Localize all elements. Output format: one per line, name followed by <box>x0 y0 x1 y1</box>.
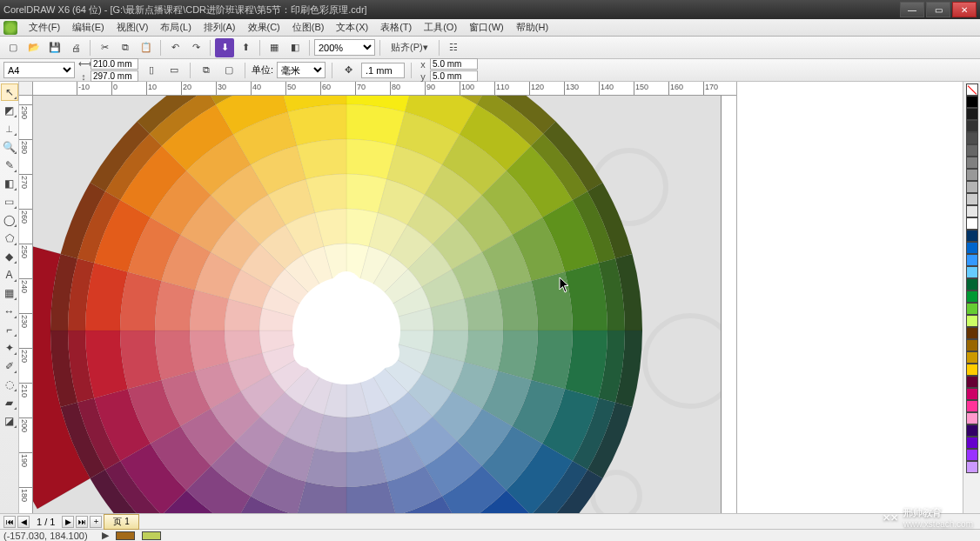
outline-tool[interactable]: ◌ <box>1 376 18 393</box>
maximize-button[interactable]: ▭ <box>926 2 950 17</box>
page-preset-select[interactable]: A4 <box>3 62 75 78</box>
ruler-corner[interactable] <box>19 82 33 96</box>
units-select[interactable]: 毫米 <box>277 62 326 78</box>
zoom-select[interactable]: 200% <box>314 39 375 56</box>
color-swatch[interactable] <box>966 205 978 217</box>
menu-item[interactable]: 视图(V) <box>111 21 155 34</box>
last-page-button[interactable]: ⏭ <box>76 516 88 528</box>
new-button[interactable]: ▢ <box>3 38 23 57</box>
snap-dropdown[interactable]: 贴齐(P) ▾ <box>385 38 434 57</box>
color-swatch[interactable] <box>966 254 978 266</box>
color-swatch[interactable] <box>966 291 978 303</box>
app-launcher-button[interactable]: ▦ <box>265 38 284 57</box>
ruler-horizontal[interactable]: -100102030405060708090100110120130140150… <box>33 82 736 96</box>
orientation-portrait-button[interactable]: ▯ <box>142 61 161 80</box>
color-swatch[interactable] <box>966 424 978 437</box>
table-tool[interactable]: ▦ <box>1 284 18 302</box>
interactive-tool[interactable]: ✦ <box>1 339 18 357</box>
dimension-tool[interactable]: ↔ <box>1 303 18 320</box>
color-swatch[interactable] <box>966 96 978 108</box>
freehand-tool[interactable]: ✎ <box>1 157 18 174</box>
color-swatch[interactable] <box>966 169 978 181</box>
menu-item[interactable]: 布局(L) <box>154 21 197 34</box>
color-swatch[interactable] <box>966 132 978 144</box>
add-page-button[interactable]: ＋ <box>90 516 102 528</box>
export-button[interactable]: ⬆ <box>236 38 255 57</box>
all-pages-button[interactable]: ⧉ <box>197 61 216 80</box>
color-swatch[interactable] <box>966 83 978 96</box>
color-swatch[interactable] <box>966 242 978 254</box>
menu-item[interactable]: 排列(A) <box>198 21 242 34</box>
rectangle-tool[interactable]: ▭ <box>1 193 18 210</box>
page-tab[interactable]: 页 1 <box>104 514 138 530</box>
menu-item[interactable]: 编辑(E) <box>66 21 111 34</box>
color-swatch[interactable] <box>966 266 978 278</box>
color-swatch[interactable] <box>966 364 978 376</box>
color-swatch[interactable] <box>966 278 978 291</box>
polygon-tool[interactable]: ⬠ <box>1 230 18 247</box>
menu-item[interactable]: 工具(O) <box>418 21 463 34</box>
color-swatch[interactable] <box>966 315 978 327</box>
paste-button[interactable]: 📋 <box>137 38 156 57</box>
ruler-vertical[interactable]: 2902802702602502402302202102001901801701… <box>19 96 33 513</box>
outline-swatch[interactable] <box>142 531 161 540</box>
menu-item[interactable]: 效果(C) <box>242 21 286 34</box>
color-swatch[interactable] <box>966 400 978 412</box>
canvas[interactable] <box>33 96 736 513</box>
welcome-button[interactable]: ◧ <box>285 38 305 57</box>
color-swatch[interactable] <box>966 388 978 400</box>
menu-item[interactable]: 帮助(H) <box>510 21 554 34</box>
menu-item[interactable]: 表格(T) <box>374 21 418 34</box>
color-wheel[interactable] <box>33 96 703 513</box>
menu-item[interactable]: 文本(X) <box>330 21 374 34</box>
color-swatch[interactable] <box>966 339 978 351</box>
color-swatch[interactable] <box>966 376 978 388</box>
color-swatch[interactable] <box>966 412 978 424</box>
print-button[interactable]: 🖨 <box>66 38 85 57</box>
color-swatch[interactable] <box>966 327 978 339</box>
color-swatch[interactable] <box>966 303 978 315</box>
color-swatch[interactable] <box>966 144 978 157</box>
nudge-input[interactable] <box>361 63 405 78</box>
connector-tool[interactable]: ⌐ <box>1 321 18 338</box>
options-button[interactable]: ☷ <box>444 38 463 57</box>
basic-shapes-tool[interactable]: ◆ <box>1 248 18 265</box>
orientation-landscape-button[interactable]: ▭ <box>164 61 184 80</box>
prev-page-button[interactable]: ◀ <box>17 516 30 528</box>
first-page-button[interactable]: ⏮ <box>3 516 16 528</box>
copy-button[interactable]: ⧉ <box>116 38 135 57</box>
color-swatch[interactable] <box>966 449 978 461</box>
interactive-fill-tool[interactable]: ◪ <box>1 412 18 430</box>
smart-fill-tool[interactable]: ◧ <box>1 175 18 192</box>
close-button[interactable]: ✕ <box>952 2 977 17</box>
color-swatch[interactable] <box>966 181 978 193</box>
shape-tool[interactable]: ◩ <box>1 102 18 119</box>
page-width-input[interactable] <box>91 58 138 70</box>
color-swatch[interactable] <box>966 120 978 132</box>
pick-tool[interactable]: ↖ <box>1 83 18 101</box>
text-tool[interactable]: A <box>1 266 18 284</box>
next-page-button[interactable]: ▶ <box>62 516 74 528</box>
dup-y-input[interactable] <box>430 70 478 82</box>
cut-button[interactable]: ✂ <box>95 38 114 57</box>
color-swatch[interactable] <box>966 230 978 242</box>
current-page-button[interactable]: ▢ <box>219 61 238 80</box>
save-button[interactable]: 💾 <box>45 38 64 57</box>
color-swatch[interactable] <box>966 108 978 120</box>
menu-item[interactable]: 窗口(W) <box>463 21 510 34</box>
minimize-button[interactable]: — <box>900 2 924 17</box>
color-swatch[interactable] <box>966 217 978 230</box>
redo-button[interactable]: ↷ <box>186 38 205 57</box>
docker-panel[interactable] <box>736 82 963 513</box>
color-swatch[interactable] <box>966 351 978 364</box>
color-swatch[interactable] <box>966 437 978 449</box>
color-swatch[interactable] <box>966 461 978 473</box>
crop-tool[interactable]: ⟂ <box>1 120 18 137</box>
fill-tool[interactable]: ▰ <box>1 394 18 411</box>
color-swatch[interactable] <box>966 157 978 169</box>
undo-button[interactable]: ↶ <box>165 38 185 57</box>
open-button[interactable]: 📂 <box>24 38 44 57</box>
ellipse-tool[interactable]: ◯ <box>1 211 18 229</box>
color-swatch[interactable] <box>966 193 978 205</box>
menu-item[interactable]: 位图(B) <box>286 21 331 34</box>
